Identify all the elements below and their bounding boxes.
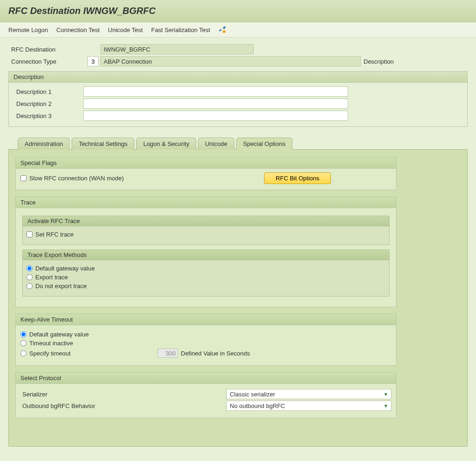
tab-logon-security[interactable]: Logon & Security [136,138,196,150]
description1-label: Description 1 [13,88,83,95]
trace-default-gateway-label: Default gateway value [35,265,95,272]
tab-unicode[interactable]: Unicode [198,138,234,150]
tab-strip: Administration Technical Settings Logon … [8,137,468,149]
rfc-destination-value: IWNGW_BGRFC [100,44,254,54]
trace-panel-title: Trace [16,197,396,208]
rfc-bit-options-button[interactable]: RFC Bit Options [264,172,331,184]
connection-type-label: Connection Type [8,58,87,65]
tab-administration[interactable]: Administration [18,138,70,150]
timeout-inactive-radio[interactable] [20,340,26,346]
serializer-label: Serializer [20,391,226,398]
trace-export-panel: Trace Export Methods Default gateway val… [22,250,390,296]
set-rfc-trace-checkbox[interactable] [26,231,33,237]
description-panel-title: Description [9,72,467,83]
remote-logon-button[interactable]: Remote Logon [8,26,48,33]
select-protocol-title: Select Protocol [16,373,396,384]
description2-input[interactable] [83,99,348,109]
keepalive-default-radio[interactable] [20,331,26,337]
defined-value-label: Defined Value in Seconds [181,350,250,357]
tab-content-special-options: Special Flags Slow RFC connection (WAN m… [8,149,468,447]
description-side-label: Description [364,58,394,65]
activate-trace-title: Activate RFC Trace [23,216,389,226]
fast-serialization-test-button[interactable]: Fast Serialization Test [151,26,210,33]
activate-trace-panel: Activate RFC Trace Set RFC trace [22,216,390,245]
chevron-down-icon: ▼ [383,392,388,397]
keepalive-default-label: Default gateway value [29,331,89,338]
timeout-value-input [158,349,178,358]
description3-label: Description 3 [13,112,83,119]
unicode-test-button[interactable]: Unicode Test [108,26,143,33]
timeout-inactive-label: Timeout inactive [29,340,73,347]
toolbar: Remote Logon Connection Test Unicode Tes… [0,22,476,38]
trace-export-title: Trace Export Methods [23,250,389,260]
do-not-export-radio[interactable] [26,283,33,289]
outbound-bgrfc-value: No outbound bgRFC [230,402,285,409]
svg-point-0 [223,30,225,33]
description-panel: Description Description 1 Description 2 … [8,71,468,127]
connection-type-row: Connection Type ABAP Connection Descript… [8,56,468,66]
export-trace-radio[interactable] [26,274,33,280]
slow-rfc-checkbox[interactable] [20,175,26,181]
content-area: RFC Destination IWNGW_BGRFC Connection T… [0,38,476,453]
page-header: RFC Destination IWNGW_BGRFC [0,0,476,22]
tab-special-options[interactable]: Special Options [236,138,292,150]
connection-test-button[interactable]: Connection Test [56,26,99,33]
slow-rfc-label: Slow RFC connection (WAN mode) [29,175,124,182]
export-trace-label: Export trace [35,274,68,281]
rfc-destination-label: RFC Destination [8,46,87,53]
outbound-bgrfc-label: Outbound bgRFC Behavior [20,402,226,409]
special-flags-panel: Special Flags Slow RFC connection (WAN m… [15,157,397,190]
serializer-dropdown[interactable]: Classic serializer ▼ [226,389,391,399]
trace-default-gateway-radio[interactable] [26,265,33,271]
serializer-value: Classic serializer [230,391,275,398]
outbound-bgrfc-dropdown[interactable]: No outbound bgRFC ▼ [226,401,391,411]
keepalive-panel: Keep-Alive Timeout Default gateway value… [15,314,397,366]
special-flags-title: Special Flags [16,158,396,169]
specify-timeout-label: Specify timeout [29,350,155,357]
connection-type-code [87,56,99,66]
trace-panel: Trace Activate RFC Trace Set RFC trace T… [15,197,397,307]
description3-input[interactable] [83,111,348,121]
description1-input[interactable] [83,86,348,97]
connection-type-value: ABAP Connection [100,56,361,66]
select-protocol-panel: Select Protocol Serializer Classic seria… [15,372,397,418]
page-title: RFC Destination IWNGW_BGRFC [8,6,468,16]
tools-icon[interactable] [218,26,226,33]
keepalive-title: Keep-Alive Timeout [16,314,396,325]
chevron-down-icon: ▼ [383,403,388,408]
set-rfc-trace-label: Set RFC trace [35,231,73,238]
description2-label: Description 2 [13,100,83,107]
tab-technical-settings[interactable]: Technical Settings [72,138,134,150]
do-not-export-label: Do not export trace [35,283,87,290]
specify-timeout-radio[interactable] [20,350,26,356]
rfc-destination-row: RFC Destination IWNGW_BGRFC [8,44,468,54]
